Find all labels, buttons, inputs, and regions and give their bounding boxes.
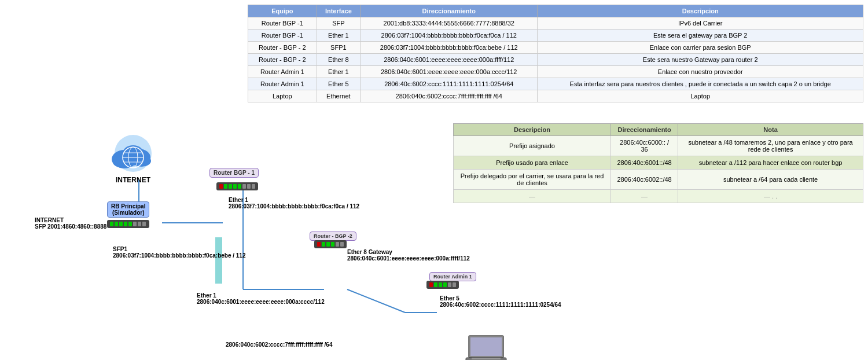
internet-sfp-label: INTERNET SFP 2001:4860:4860::8888: [35, 217, 106, 230]
rb-principal-label: RB Principal(Simulador): [107, 201, 149, 218]
svg-rect-8: [215, 237, 222, 284]
table-row: Prefijo delegado por el carrier, se usar…: [454, 170, 863, 190]
port-5: [128, 222, 132, 226]
ether1-bgp1-addr: 2806:03f7:1004:bbbb:bbbb:bbbb:f0ca:f0ca …: [229, 203, 359, 210]
cell-descripcion: IPv6 del Carrier: [538, 17, 863, 30]
port-4: [124, 222, 127, 226]
port-2: [115, 222, 118, 226]
col-header-direccionamiento: Direccionamiento: [361, 5, 538, 17]
sfp1-addr: 2806:03f7:1004:bbbb:bbbb:bbbb:f0ca:bebe …: [113, 252, 246, 259]
bp4: [331, 242, 334, 247]
sec-cell-direccionamiento: 2806:40c:6000:: / 36: [611, 136, 678, 156]
ap3: [439, 282, 442, 287]
sec-cell-nota: subnetear a /64 para cada cliente: [678, 170, 863, 190]
col-header-equipo: Equipo: [248, 5, 317, 17]
laptop-addr-label: 2806:040c:6002:cccc:7fff:ffff:ffff:ffff …: [226, 341, 333, 348]
table-row: Prefijo usado para enlace2806:40c:6001::…: [454, 156, 863, 170]
cell-interface: Ether 8: [317, 54, 361, 66]
sec-cell-direccionamiento: —: [611, 190, 678, 203]
bp3: [326, 242, 330, 247]
cell-descripcion: Este sera el gateway para BGP 2: [538, 30, 863, 42]
col-header-descripcion: Descripcion: [538, 5, 863, 17]
sec-cell-nota: subnetear a /48 tomaremos 2, uno para en…: [678, 136, 863, 156]
cloud-icon: [101, 133, 165, 174]
sec-col-descripcion: Descripcion: [454, 124, 611, 136]
sec-table-area: Descripcion Direccionamiento Nota Prefij…: [448, 119, 868, 208]
bgp2-mikrotik: [314, 240, 347, 248]
sfp-address: SFP 2001:4860:4860::8888: [35, 223, 106, 230]
bgp2-device: [314, 240, 347, 248]
p2: [224, 184, 227, 189]
sec-cell-descripcion: Prefijo usado para enlace: [454, 156, 611, 170]
admin1-mikrotik: [426, 281, 459, 289]
sec-col-direccionamiento: Direccionamiento: [611, 124, 678, 136]
diagram-area: INTERNET RB Principal(Simulador) INTERNE…: [0, 75, 440, 359]
sec-cell-descripcion: Prefijo delegado por el carrier, se usar…: [454, 170, 611, 190]
ap4: [443, 282, 447, 287]
ether5-admin-addr: 2806:40c:6002:cccc:1111:1111:1111:0254/6…: [440, 302, 561, 308]
port-3: [119, 222, 123, 226]
port-6: [133, 222, 137, 226]
rb-principal-device: [107, 220, 149, 228]
cell-direccionamiento: 2806:03f7:1004:bbbb:bbbb:bbbb:f0ca:f0ca …: [361, 30, 538, 42]
laptop-icon: [463, 333, 509, 360]
cell-descripcion: Este sera nuestro Gateway para router 2: [538, 54, 863, 66]
router-admin1-box: Router Admin 1: [429, 272, 476, 281]
cell-interface: Ether 1: [317, 30, 361, 42]
svg-rect-23: [472, 358, 501, 359]
p5: [238, 184, 241, 189]
ether8-addr: 2806:040c:6001:eeee:eeee:eeee:000a:ffff/…: [347, 255, 470, 262]
cell-equipo: Router BGP -1: [248, 30, 317, 42]
sec-cell-direccionamiento: 2806:40c:6001::/48: [611, 156, 678, 170]
cell-direccionamiento: 2001:db8:3333:4444:5555:6666:7777:8888/3…: [361, 17, 538, 30]
table-row: Router - BGP - 2Ether 82806:040c:6001:ee…: [248, 54, 863, 66]
ether1-bgp1-label: Ether 1 2806:03f7:1004:bbbb:bbbb:bbbb:f0…: [229, 197, 359, 210]
table-row: Router BGP -1SFP2001:db8:3333:4444:5555:…: [248, 17, 863, 30]
p7: [247, 184, 251, 189]
table-row: ——— . .: [454, 190, 863, 203]
port-8: [142, 222, 146, 226]
cell-descripcion: Esta interfaz sera para nuestros cliente…: [538, 78, 863, 90]
p3: [229, 184, 232, 189]
table-row: Router - BGP - 2SFP12806:03f7:1004:bbbb:…: [248, 42, 863, 54]
cell-descripcion: Enlace con carrier para sesion BGP: [538, 42, 863, 54]
ap1: [429, 282, 433, 287]
ether5-admin-label: Ether 5 2806:40c:6002:cccc:1111:1111:111…: [440, 295, 561, 308]
ap6: [453, 282, 456, 287]
bp5: [336, 242, 339, 247]
sec-cell-descripcion: —: [454, 190, 611, 203]
sec-cell-descripcion: Prefijo asignado: [454, 136, 611, 156]
laptop-addr: 2806:040c:6002:cccc:7fff:ffff:ffff:ffff …: [226, 341, 333, 348]
table-row: Prefijo asignado2806:40c:6000:: / 36subn…: [454, 136, 863, 156]
p1: [219, 184, 223, 189]
sec-cell-nota: — . .: [678, 190, 863, 203]
ap2: [434, 282, 437, 287]
ether1-admin-addr: 2806:040c:6001:eeee:eeee:eeee:000a:cccc/…: [197, 299, 325, 305]
cell-descripcion: Laptop: [538, 90, 863, 102]
svg-rect-21: [470, 337, 502, 356]
bp1: [317, 242, 321, 247]
router-bgp2-box: Router - BGP -2: [310, 232, 356, 241]
internet-cloud: INTERNET: [101, 133, 165, 184]
cell-direccionamiento: 2806:040c:6001:eeee:eeee:eeee:000a:ffff/…: [361, 54, 538, 66]
cell-equipo: Router - BGP - 2: [248, 42, 317, 54]
port-7: [138, 222, 141, 226]
p8: [252, 184, 255, 189]
ether1-admin-label: Ether 1 2806:040c:6001:eeee:eeee:eeee:00…: [197, 292, 325, 305]
col-header-interface: Interface: [317, 5, 361, 17]
cell-direccionamiento: 2806:03f7:1004:bbbb:bbbb:bbbb:f0ca:bebe …: [361, 42, 538, 54]
rb-principal: RB Principal(Simulador): [107, 201, 149, 228]
bgp1-mikrotik: [216, 182, 258, 190]
laptop: [463, 333, 509, 360]
cell-interface: SFP1: [317, 42, 361, 54]
bp2: [322, 242, 325, 247]
sec-cell-nota: subnetear a /112 para hacer enlace con r…: [678, 156, 863, 170]
cell-equipo: Router - BGP - 2: [248, 54, 317, 66]
cell-equipo: Router BGP -1: [248, 17, 317, 30]
p4: [233, 184, 237, 189]
ap5: [448, 282, 451, 287]
table-row: Router BGP -1Ether 12806:03f7:1004:bbbb:…: [248, 30, 863, 42]
cell-interface: SFP: [317, 17, 361, 30]
p6: [242, 184, 246, 189]
bp6: [340, 242, 344, 247]
